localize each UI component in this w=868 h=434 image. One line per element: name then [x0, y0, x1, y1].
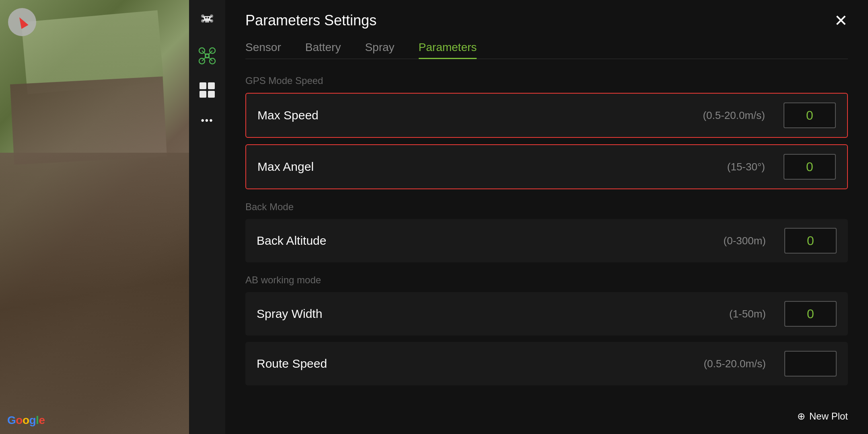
map-field-2 — [10, 76, 167, 165]
panel-content: Parameters Settings ✕ Sensor Battery Spr… — [225, 0, 868, 404]
tabs-container: Sensor Battery Spray Parameters — [245, 41, 848, 59]
max-speed-value: 0 — [806, 108, 813, 123]
max-speed-value-box[interactable]: 0 — [784, 102, 836, 128]
route-speed-range: (0.5-20.0m/s) — [703, 358, 766, 370]
panel-title: Parameters Settings — [245, 12, 376, 29]
spray-width-input-wrap: (1-50m) 0 — [729, 301, 837, 327]
section-ab-working-mode: AB working mode — [245, 274, 848, 286]
section-back-mode: Back Mode — [245, 201, 848, 213]
map-container: Google — [0, 0, 189, 434]
map-field-3 — [0, 153, 189, 434]
back-altitude-value: 0 — [807, 233, 814, 248]
more-dots-icon: ••• — [201, 115, 213, 126]
back-altitude-range: (0-300m) — [724, 235, 766, 247]
svg-rect-23 — [208, 82, 215, 89]
new-plot-button[interactable]: ⊕ New Plot — [797, 411, 848, 422]
sidebar-item-more[interactable]: ••• — [201, 115, 213, 126]
setting-row-max-speed: Max Speed (0.5-20.0m/s) 0 — [245, 93, 848, 138]
route-speed-value-box[interactable] — [784, 351, 837, 377]
max-angel-input-wrap: (15-30°) 0 — [727, 154, 836, 180]
max-angel-label: Max Angel — [257, 160, 314, 174]
main-panel: Parameters Settings ✕ Sensor Battery Spr… — [225, 0, 868, 434]
max-angel-value-box[interactable]: 0 — [784, 154, 836, 180]
sidebar-item-drone[interactable] — [198, 12, 216, 31]
svg-rect-25 — [208, 91, 215, 98]
compass-arrow — [16, 15, 28, 29]
sidebar-item-quadcopter[interactable] — [198, 47, 216, 65]
max-speed-range: (0.5-20.0m/s) — [703, 109, 765, 122]
spray-width-label: Spray Width — [257, 307, 322, 321]
sidebar: ••• — [189, 0, 225, 434]
sidebar-item-grid[interactable] — [198, 81, 216, 99]
setting-row-max-angel: Max Angel (15-30°) 0 — [245, 144, 848, 189]
close-button[interactable]: ✕ — [834, 12, 848, 29]
tab-parameters[interactable]: Parameters — [419, 41, 477, 59]
svg-rect-2 — [208, 17, 209, 18]
route-speed-label: Route Speed — [257, 357, 327, 371]
svg-rect-3 — [205, 21, 209, 23]
max-angel-range: (15-30°) — [727, 161, 765, 173]
tab-sensor[interactable]: Sensor — [245, 41, 281, 59]
spray-width-range: (1-50m) — [729, 308, 766, 320]
route-speed-input-wrap: (0.5-20.0m/s) — [703, 351, 837, 377]
section-gps-mode-speed: GPS Mode Speed — [245, 75, 848, 86]
new-plot-plus-icon: ⊕ — [797, 411, 805, 422]
svg-point-21 — [206, 55, 208, 57]
back-altitude-input-wrap: (0-300m) 0 — [724, 228, 837, 254]
setting-row-route-speed: Route Speed (0.5-20.0m/s) — [245, 342, 848, 385]
tab-battery[interactable]: Battery — [305, 41, 341, 59]
back-altitude-label: Back Altitude — [257, 234, 326, 248]
svg-rect-0 — [204, 16, 210, 21]
setting-row-spray-width: Spray Width (1-50m) 0 — [245, 292, 848, 336]
google-logo: Google — [7, 414, 45, 427]
tab-spray[interactable]: Spray — [365, 41, 394, 59]
max-speed-label: Max Speed — [257, 108, 319, 122]
svg-rect-22 — [200, 82, 206, 89]
setting-row-back-altitude: Back Altitude (0-300m) 0 — [245, 219, 848, 262]
spray-width-value-box[interactable]: 0 — [784, 301, 837, 327]
svg-rect-24 — [200, 91, 206, 98]
max-angel-value: 0 — [806, 160, 813, 174]
panel-header: Parameters Settings ✕ — [245, 12, 848, 29]
svg-rect-1 — [205, 17, 207, 18]
max-speed-input-wrap: (0.5-20.0m/s) 0 — [703, 102, 836, 128]
back-altitude-value-box[interactable]: 0 — [784, 228, 837, 254]
spray-width-value: 0 — [807, 307, 814, 321]
compass — [8, 8, 36, 36]
new-plot-label: New Plot — [809, 411, 848, 422]
